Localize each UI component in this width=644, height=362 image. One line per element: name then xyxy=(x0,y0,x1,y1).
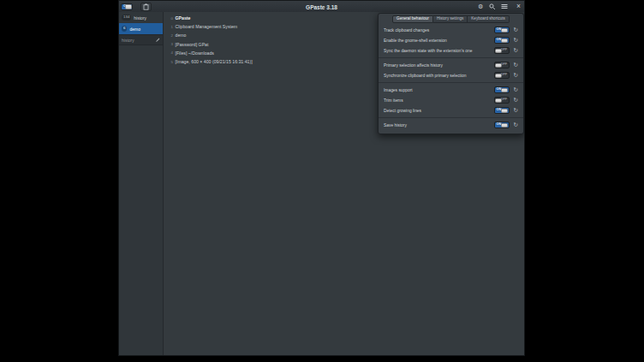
reset-icon[interactable]: ↻ xyxy=(514,62,518,68)
daemon-switch[interactable]: ON xyxy=(121,3,133,10)
setting-label: Synchronize clipboard with primary selec… xyxy=(384,74,467,78)
switch-knob xyxy=(125,4,132,9)
setting-label: Enable the gnome-shell extension xyxy=(384,39,447,43)
reset-icon[interactable]: ↻ xyxy=(514,38,518,44)
gpaste-window: ON GPaste 3.18 ⚙ × xyxy=(118,0,525,356)
search-icon xyxy=(489,3,496,10)
setting-label: Detect growing lines xyxy=(384,109,421,113)
toggle-switch[interactable]: ON xyxy=(494,122,510,128)
tab-history-settings[interactable]: History settings xyxy=(433,15,468,23)
settings-group: Primary selection affects history OFF ↻ … xyxy=(379,57,523,82)
header-bar: ON GPaste 3.18 ⚙ × xyxy=(119,1,524,13)
setting-row: Sync the daemon state with the extension… xyxy=(379,45,523,56)
switch-knob xyxy=(501,28,508,33)
reset-icon[interactable]: ↻ xyxy=(514,108,518,114)
desktop-background: ON GPaste 3.18 ⚙ × xyxy=(0,0,644,362)
reset-icon[interactable]: ↻ xyxy=(514,73,518,79)
settings-group: Images support ON ↻ Trim items OFF ↻ Det… xyxy=(379,82,523,117)
item-index: 5 xyxy=(170,60,173,64)
toggle-switch[interactable]: OFF xyxy=(494,97,510,104)
item-index: 1 xyxy=(170,25,173,29)
header-right-controls: ⚙ × xyxy=(477,1,521,12)
history-count-badge: 134 xyxy=(122,15,131,21)
setting-row: Trim items OFF ↻ xyxy=(379,95,523,105)
history-list-item[interactable]: 134 history xyxy=(119,12,163,23)
new-item-button[interactable] xyxy=(140,3,152,11)
settings-group: Track clipboard changes ON ↻ Enable the … xyxy=(379,23,523,57)
reset-icon[interactable]: ↻ xyxy=(514,48,518,54)
setting-label: Save history xyxy=(384,123,407,128)
setting-row: Images support ON ↻ xyxy=(379,85,523,95)
setting-row: Save history ON ↻ xyxy=(379,120,523,130)
switch-knob xyxy=(495,98,502,104)
settings-group: Save history ON ↻ xyxy=(379,117,523,132)
setting-row: Track clipboard changes ON ↻ xyxy=(379,25,523,35)
menu-button[interactable] xyxy=(501,3,508,10)
setting-label: Primary selection affects history xyxy=(384,63,443,68)
toggle-switch[interactable]: ON xyxy=(494,27,510,33)
search-button[interactable] xyxy=(489,3,496,10)
new-history-entry[interactable]: history xyxy=(119,34,163,45)
switch-knob xyxy=(495,74,502,79)
history-list-item[interactable]: 6 demo xyxy=(119,23,163,34)
clipboard-icon xyxy=(143,3,149,10)
item-label: [Password] GPat xyxy=(176,42,209,47)
item-label: GPaste xyxy=(176,15,191,21)
close-button[interactable]: × xyxy=(516,3,521,10)
reset-icon[interactable]: ↻ xyxy=(514,122,518,128)
setting-row: Enable the gnome-shell extension ON ↻ xyxy=(379,35,523,45)
switch-knob xyxy=(501,109,508,114)
history-count-badge: 6 xyxy=(122,26,127,32)
switch-knob xyxy=(495,63,502,68)
toggle-switch[interactable]: ON xyxy=(494,86,510,93)
setting-row: Primary selection affects history OFF ↻ xyxy=(379,60,523,70)
tab-keyboard-shortcuts[interactable]: Keyboard shortcuts xyxy=(468,15,510,23)
item-index: 3 xyxy=(170,42,173,46)
setting-label: Track clipboard changes xyxy=(384,28,429,33)
hamburger-menu-icon xyxy=(501,3,508,9)
settings-tabs: General behaviour History settings Keybo… xyxy=(379,14,523,23)
history-name: history xyxy=(134,15,146,21)
settings-button[interactable]: ⚙ xyxy=(477,3,484,10)
switch-knob xyxy=(501,123,508,128)
new-history-value: history xyxy=(122,38,134,43)
item-index: 0 xyxy=(170,16,173,21)
toggle-switch[interactable]: OFF xyxy=(494,62,510,68)
reset-icon[interactable]: ↻ xyxy=(514,87,518,93)
tab-general-behaviour[interactable]: General behaviour xyxy=(392,15,433,23)
switch-knob xyxy=(501,39,508,44)
gear-icon: ⚙ xyxy=(478,3,483,9)
switch-knob xyxy=(501,88,508,93)
reset-icon[interactable]: ↻ xyxy=(514,98,518,104)
edit-pencil-icon xyxy=(155,38,160,43)
setting-row: Detect growing lines ON ↻ xyxy=(379,105,523,116)
item-label: [Image, 600 × 400 (09/21/15 16:31:41)] xyxy=(176,59,253,64)
item-index: 2 xyxy=(170,33,173,38)
history-sidebar: 134 history 6 demo history xyxy=(119,12,164,355)
settings-popover: General behaviour History settings Keybo… xyxy=(378,13,524,134)
toggle-switch[interactable]: ON xyxy=(494,37,510,44)
window-title: GPaste 3.18 xyxy=(306,3,337,9)
toggle-switch[interactable]: ON xyxy=(494,107,510,114)
reset-icon[interactable]: ↻ xyxy=(514,27,518,33)
header-left-controls: ON xyxy=(121,1,152,12)
history-name: demo xyxy=(129,27,140,32)
toggle-switch[interactable]: OFF xyxy=(494,47,510,54)
item-label: Clipboard Management System xyxy=(176,24,238,29)
switch-knob xyxy=(495,49,502,54)
setting-label: Trim items xyxy=(384,98,403,103)
toggle-switch[interactable]: OFF xyxy=(494,72,510,79)
item-index: 4 xyxy=(170,50,173,55)
setting-label: Sync the daemon state with the extension… xyxy=(384,49,472,53)
setting-label: Images support xyxy=(384,88,413,92)
item-label: [Files] ~/Downloads xyxy=(176,50,214,56)
setting-row: Synchronize clipboard with primary selec… xyxy=(379,70,523,80)
item-label: demo xyxy=(176,33,187,38)
